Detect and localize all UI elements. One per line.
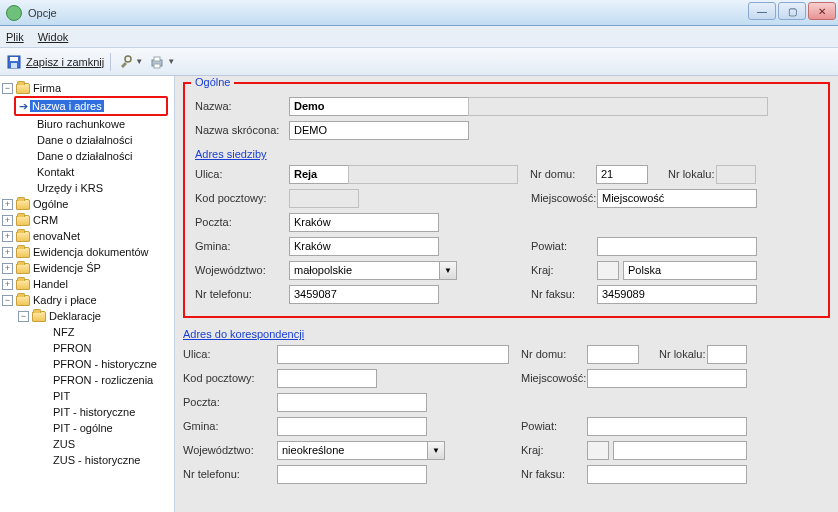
expand-icon[interactable]: +	[2, 279, 13, 290]
tree-pfron-rozl[interactable]: PFRON - rozliczenia	[32, 372, 174, 388]
app-icon	[6, 5, 22, 21]
close-button[interactable]: ✕	[808, 2, 836, 20]
input-c-poczta[interactable]	[277, 393, 427, 412]
tree-crm[interactable]: +CRM	[0, 212, 174, 228]
maximize-button[interactable]: ▢	[778, 2, 806, 20]
expand-icon[interactable]: +	[2, 199, 13, 210]
tree-zus[interactable]: ZUS	[32, 436, 174, 452]
input-kod[interactable]	[289, 189, 359, 208]
tree-urzedy[interactable]: Urzędy i KRS	[16, 180, 174, 196]
tree-handel[interactable]: +Handel	[0, 276, 174, 292]
label-ulica: Ulica:	[195, 168, 289, 180]
folder-icon	[16, 263, 30, 274]
input-fax[interactable]	[597, 285, 757, 304]
menubar: Plik Widok	[0, 26, 838, 48]
input-tel[interactable]	[289, 285, 439, 304]
folder-icon	[16, 83, 30, 94]
input-c-woj[interactable]	[277, 441, 427, 460]
tools-dropdown-icon[interactable]: ▼	[135, 57, 143, 66]
toolbar: Zapisz i zamknij ▼ ▼	[0, 48, 838, 76]
input-miejsc[interactable]	[597, 189, 757, 208]
tree-nazwa-adres[interactable]: ➔ Nazwa i adres	[16, 98, 166, 114]
label-c-miejsc: Miejscowość:	[509, 372, 587, 384]
tools-icon[interactable]	[117, 54, 133, 70]
menu-file[interactable]: Plik	[6, 31, 24, 43]
tree-ewid-dok[interactable]: +Ewidencja dokumentów	[0, 244, 174, 260]
input-c-kod[interactable]	[277, 369, 377, 388]
tree-pit-ogolne[interactable]: PIT - ogólne	[32, 420, 174, 436]
collapse-icon[interactable]: −	[2, 295, 13, 306]
combo-c-woj[interactable]: ▼	[277, 441, 445, 460]
tree-pfron[interactable]: PFRON	[32, 340, 174, 356]
tree-pfron-hist[interactable]: PFRON - historyczne	[32, 356, 174, 372]
input-c-gmina[interactable]	[277, 417, 427, 436]
label-c-fax: Nr faksu:	[509, 468, 587, 480]
tree-panel: − Firma ➔ Nazwa i adres Biuro rachunkowe…	[0, 76, 175, 512]
link-adres-siedziby[interactable]: Adres siedziby	[195, 148, 267, 160]
input-poczta[interactable]	[289, 213, 439, 232]
minimize-button[interactable]: —	[748, 2, 776, 20]
input-gmina[interactable]	[289, 237, 439, 256]
input-c-ulica[interactable]	[277, 345, 509, 364]
label-c-powiat: Powiat:	[509, 420, 587, 432]
save-icon[interactable]	[6, 54, 22, 70]
input-nazwa[interactable]	[289, 97, 469, 116]
legend-ogolne: Ogólne	[191, 76, 234, 88]
window-title: Opcje	[28, 7, 57, 19]
tree-firma[interactable]: − Firma	[0, 80, 174, 96]
input-ulica[interactable]	[289, 165, 349, 184]
tree-kadry[interactable]: −Kadry i płace	[0, 292, 174, 308]
collapse-icon[interactable]: −	[2, 83, 13, 94]
tree-biuro[interactable]: Biuro rachunkowe	[16, 116, 174, 132]
input-woj[interactable]	[289, 261, 439, 280]
input-c-nrlokalu[interactable]	[707, 345, 747, 364]
tree-pit[interactable]: PIT	[32, 388, 174, 404]
input-kraj[interactable]	[623, 261, 757, 280]
tree-dane1[interactable]: Dane o działalności	[16, 132, 174, 148]
label-c-ulica: Ulica:	[183, 348, 277, 360]
tree-pit-hist[interactable]: PIT - historyczne	[32, 404, 174, 420]
input-c-kraj[interactable]	[613, 441, 747, 460]
expand-icon[interactable]: +	[2, 247, 13, 258]
tree-dane2[interactable]: Dane o działalności	[16, 148, 174, 164]
print-icon[interactable]	[149, 54, 165, 70]
link-adres-koresp[interactable]: Adres do korespondencji	[183, 328, 304, 340]
input-c-nrdomu[interactable]	[587, 345, 639, 364]
folder-icon	[16, 215, 30, 226]
label-nrdomu: Nr domu:	[518, 168, 596, 180]
tree-deklaracje[interactable]: −Deklaracje	[16, 308, 174, 324]
print-dropdown-icon[interactable]: ▼	[167, 57, 175, 66]
label-c-kraj: Kraj:	[509, 444, 587, 456]
folder-icon	[16, 199, 30, 210]
tree-kontakt[interactable]: Kontakt	[16, 164, 174, 180]
flag-box[interactable]	[597, 261, 619, 280]
collapse-icon[interactable]: −	[18, 311, 29, 322]
label-miejsc: Miejscowość:	[519, 192, 597, 204]
label-fax: Nr faksu:	[519, 288, 597, 300]
tree-enovanet[interactable]: +enovaNet	[0, 228, 174, 244]
chevron-down-icon[interactable]: ▼	[439, 261, 457, 280]
menu-view[interactable]: Widok	[38, 31, 69, 43]
input-nrlokalu[interactable]	[716, 165, 756, 184]
flag-box[interactable]	[587, 441, 609, 460]
tree-ewid-sp[interactable]: +Ewidencje ŚP	[0, 260, 174, 276]
tree-zus-hist[interactable]: ZUS - historyczne	[32, 452, 174, 468]
input-nazwa-ext	[468, 97, 768, 116]
expand-icon[interactable]: +	[2, 263, 13, 274]
save-close-button[interactable]: Zapisz i zamknij	[26, 56, 104, 68]
tree-nfz[interactable]: NFZ	[32, 324, 174, 340]
input-c-miejsc[interactable]	[587, 369, 747, 388]
tree-ogolne[interactable]: +Ogólne	[0, 196, 174, 212]
input-nrdomu[interactable]	[596, 165, 648, 184]
expand-icon[interactable]: +	[2, 215, 13, 226]
chevron-down-icon[interactable]: ▼	[427, 441, 445, 460]
expand-icon[interactable]: +	[2, 231, 13, 242]
input-c-fax[interactable]	[587, 465, 747, 484]
label-c-nrlokalu: Nr lokalu:	[639, 348, 707, 360]
input-skrocona[interactable]	[289, 121, 469, 140]
input-c-powiat[interactable]	[587, 417, 747, 436]
combo-woj[interactable]: ▼	[289, 261, 457, 280]
input-c-tel[interactable]	[277, 465, 427, 484]
folder-icon	[16, 247, 30, 258]
input-powiat[interactable]	[597, 237, 757, 256]
